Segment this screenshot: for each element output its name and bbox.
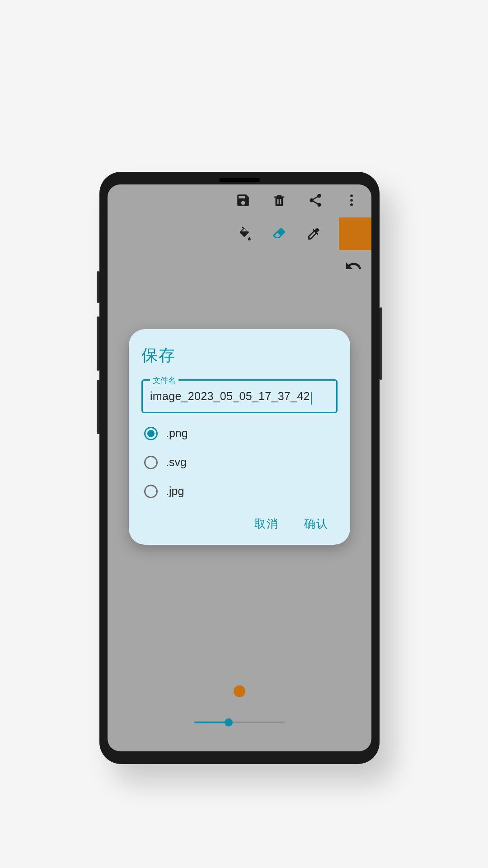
phone-side-button [97, 380, 99, 434]
filename-label: 文件名 [150, 375, 178, 386]
cancel-button[interactable]: 取消 [254, 516, 279, 531]
undo-row [108, 251, 371, 277]
phone-frame: 保存 文件名 image_2023_05_05_17_37_42 .png .s… [99, 172, 380, 764]
format-radio-group: .png .svg .jpg [141, 427, 338, 498]
dialog-actions: 取消 确认 [141, 516, 338, 536]
confirm-button[interactable]: 确认 [304, 516, 328, 531]
app-bar [108, 184, 371, 216]
format-option-png[interactable]: .png [144, 427, 338, 440]
filename-value: image_2023_05_05_17_37_42 [150, 390, 310, 402]
phone-side-button [380, 307, 382, 380]
trash-icon [272, 193, 287, 208]
slider-fill [194, 722, 229, 723]
fill-tool-button[interactable] [236, 225, 254, 243]
radio-icon [144, 427, 158, 440]
delete-button[interactable] [270, 191, 288, 209]
svg-point-1 [350, 199, 353, 202]
slider-thumb[interactable] [225, 718, 233, 726]
svg-point-0 [350, 194, 353, 197]
screen: 保存 文件名 image_2023_05_05_17_37_42 .png .s… [108, 184, 371, 751]
share-icon [308, 193, 323, 208]
paint-bucket-icon [237, 226, 253, 241]
phone-side-button [97, 316, 99, 371]
format-option-jpg[interactable]: .jpg [144, 485, 338, 498]
save-icon [235, 193, 251, 208]
color-swatch[interactable] [339, 217, 371, 250]
overflow-menu-button[interactable] [343, 191, 361, 209]
undo-button[interactable] [344, 257, 362, 277]
format-option-svg[interactable]: .svg [144, 456, 338, 469]
more-vert-icon [344, 193, 359, 208]
eraser-tool-button[interactable] [270, 225, 288, 243]
text-cursor [311, 392, 312, 405]
radio-icon [144, 456, 158, 469]
dialog-title: 保存 [141, 344, 338, 367]
brush-preview [234, 685, 245, 697]
undo-icon [344, 257, 362, 275]
format-label: .png [166, 427, 188, 440]
format-label: .svg [166, 456, 187, 469]
eyedropper-tool-button[interactable] [305, 225, 323, 243]
format-label: .jpg [166, 485, 184, 498]
share-button[interactable] [306, 191, 324, 209]
save-dialog: 保存 文件名 image_2023_05_05_17_37_42 .png .s… [129, 329, 350, 545]
radio-icon [144, 485, 158, 498]
tool-row [108, 216, 371, 251]
save-button[interactable] [234, 191, 252, 209]
svg-point-2 [350, 203, 353, 206]
brush-size-slider[interactable] [194, 722, 285, 723]
phone-side-button [97, 271, 99, 303]
filename-field[interactable]: 文件名 image_2023_05_05_17_37_42 [141, 379, 338, 413]
eraser-icon [272, 226, 287, 241]
eyedropper-icon [306, 226, 321, 241]
